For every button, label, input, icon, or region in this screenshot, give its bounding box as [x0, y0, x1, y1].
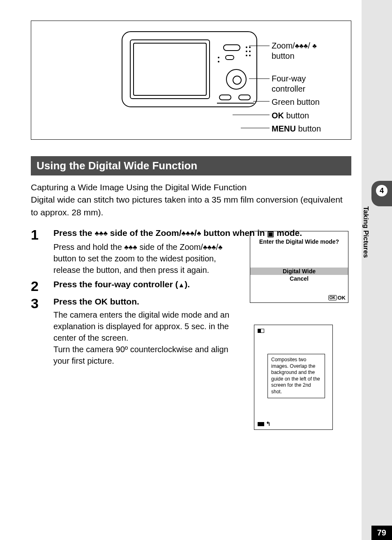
tele-icon: ♣: [312, 42, 317, 50]
ok-button-label: OK button: [272, 111, 309, 121]
step-description: The camera enters the digital wide mode …: [53, 309, 242, 367]
camera-lcd: [130, 39, 210, 99]
battery-full-icon: [258, 422, 264, 426]
option-cancel: Cancel: [250, 275, 348, 282]
step-number: 1: [31, 227, 53, 275]
prompt-text: Enter the Digital Wide mode?: [250, 238, 348, 245]
small-button-icon: [225, 55, 234, 60]
lcd-guide-screen: Composites two images. Overlap the backg…: [254, 325, 333, 430]
four-way-controller-icon: [226, 69, 247, 90]
step-description: Press and hold the ♣♣♣ side of the Zoom/…: [53, 241, 242, 276]
camera-outline: [122, 31, 257, 107]
menu-button-label: MENU button: [272, 124, 321, 134]
intro-text: Capturing a Wide Image Using the Digital…: [31, 181, 351, 219]
page-number: 79: [371, 526, 392, 540]
camera-diagram: Zoom/♣♣♣/ ♣ button Four-way controller G…: [31, 21, 351, 140]
wide-icon: ♣♣♣: [182, 229, 195, 238]
manual-page: Zoom/♣♣♣/ ♣ button Four-way controller G…: [0, 0, 362, 540]
step-number: 3: [31, 295, 53, 367]
return-icon: ↰: [266, 420, 271, 427]
tele-icon: ♣: [197, 229, 201, 238]
wide-icon: ♣♣♣: [95, 229, 108, 238]
tele-icon: ♣: [218, 243, 223, 252]
guide-message: Composites two images. Overlap the backg…: [267, 354, 325, 398]
fourway-label: Four-way controller: [272, 74, 333, 94]
green-button-label: Green button: [272, 97, 320, 107]
chapter-number: 4: [376, 185, 387, 196]
section-title: Using the Digital Wide Function: [31, 156, 351, 175]
ok-button-icon: [219, 95, 231, 100]
wide-icon: ♣♣♣: [124, 243, 137, 252]
bottom-icons: ↰: [258, 420, 271, 427]
ok-indicator: OKOK: [328, 295, 346, 301]
up-arrow-icon: ▲: [178, 281, 184, 290]
battery-half-icon: [258, 328, 264, 334]
wide-icon: ♣♣♣: [295, 42, 308, 50]
wide-icon: ♣♣♣: [203, 243, 216, 252]
chapter-title: Taking Pictures: [362, 206, 370, 258]
step-number: 2: [31, 278, 53, 293]
chapter-tab: 4 Taking Pictures: [362, 181, 392, 284]
zoom-button-icon: [223, 44, 240, 51]
option-selected: Digital Wide: [250, 268, 348, 275]
lcd-prompt-screen: Enter the Digital Wide mode? Digital Wid…: [250, 231, 348, 303]
zoom-label: Zoom/♣♣♣/ ♣ button: [272, 41, 317, 61]
menu-button-icon: [238, 95, 251, 100]
